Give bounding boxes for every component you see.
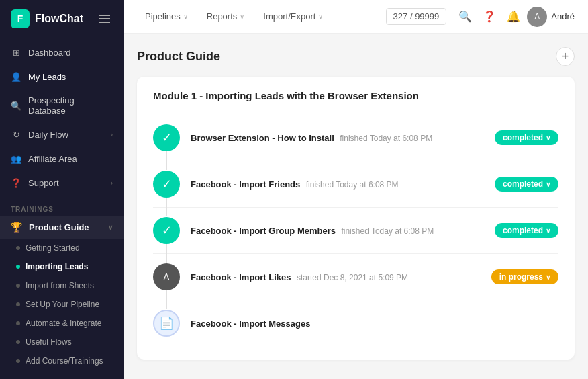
sub-item-getting-started[interactable]: Getting Started — [0, 239, 124, 257]
sub-item-import-sheets[interactable]: Import from Sheets — [0, 276, 124, 295]
trophy-icon: 🏆 — [11, 222, 22, 233]
nav-reports[interactable]: Reports ∨ — [199, 7, 253, 26]
search-icon: 🔍 — [11, 100, 21, 111]
lesson-list: ✓ Browser Extension - How to Install fin… — [153, 115, 558, 346]
list-item: A Facebook - Import Likes started Dec 8,… — [153, 254, 558, 300]
sidebar-item-my-leads[interactable]: 👤 My Leads — [0, 65, 124, 89]
add-button[interactable]: + — [556, 47, 575, 66]
lesson-info: Facebook - Import Friends finished Today… — [191, 178, 484, 190]
chevron-down-icon: ∨ — [108, 224, 113, 231]
sidebar-item-product-guide[interactable]: 🏆 Product Guide ∨ — [0, 216, 124, 239]
sub-item-importing-leads[interactable]: Importing Leads — [0, 257, 124, 276]
username-label: André — [551, 11, 575, 22]
lesson-info: Facebook - Import Group Members finished… — [191, 224, 484, 237]
reports-label: Reports — [207, 11, 238, 22]
refresh-icon: ↻ — [11, 129, 21, 140]
content-area: Product Guide + Module 1 - Importing Lea… — [124, 34, 588, 379]
chevron-down-icon: ∨ — [546, 227, 550, 235]
lesson-meta: started Dec 8, 2021 at 5:09 PM — [297, 273, 408, 282]
sub-item-pipeline[interactable]: Set Up Your Pipeline — [0, 295, 124, 314]
doc-indicator: 📄 — [153, 310, 180, 337]
lesson-meta: finished Today at 6:08 PM — [341, 226, 434, 236]
sub-nav: Getting Started Importing Leads Import f… — [0, 239, 124, 370]
notifications-button[interactable]: 🔔 — [503, 6, 524, 28]
chevron-down-icon: ∨ — [546, 134, 550, 142]
import-export-label: Import/Export — [263, 11, 315, 22]
nav-import-export[interactable]: Import/Export ∨ — [255, 7, 331, 26]
chevron-right-icon: › — [111, 131, 113, 138]
status-badge[interactable]: in progress ∨ — [491, 269, 558, 284]
status-badge[interactable]: completed ∨ — [495, 223, 558, 238]
sidebar-item-daily-flow[interactable]: ↻ Daily Flow › — [0, 122, 124, 146]
sidebar-item-label: Support — [28, 178, 59, 188]
sub-item-automate[interactable]: Automate & Integrate — [0, 314, 124, 333]
sidebar-nav: ⊞ Dashboard 👤 My Leads 🔍 Prospecting Dat… — [0, 38, 124, 198]
grid-icon: ⊞ — [11, 47, 21, 58]
dot-icon — [16, 265, 20, 269]
dot-icon — [16, 340, 20, 344]
sidebar-item-label: Affiliate Area — [28, 154, 77, 164]
sub-item-label: Import from Sheets — [26, 281, 94, 290]
list-item: ✓ Facebook - Import Friends finished Tod… — [153, 161, 558, 208]
module-card: Module 1 - Importing Leads with the Brow… — [137, 77, 575, 360]
nav-pipelines[interactable]: Pipelines ∨ — [137, 7, 196, 26]
status-label: completed — [503, 226, 543, 235]
sub-item-label: Set Up Your Pipeline — [26, 300, 99, 309]
lesson-info: Facebook - Import Messages — [191, 317, 558, 329]
search-button[interactable]: 🔍 — [454, 6, 476, 28]
avatar-indicator: A — [153, 263, 180, 290]
trainings-section-label: TRAININGS — [0, 198, 124, 216]
lesson-name: Browser Extension - How to Install — [191, 133, 334, 143]
module-title: Module 1 - Importing Leads with the Brow… — [153, 90, 558, 101]
lesson-name: Facebook - Import Likes — [191, 272, 291, 282]
lead-counter: 327 / 99999 — [386, 8, 447, 25]
lesson-meta: finished Today at 6:08 PM — [340, 134, 432, 143]
chevron-down-icon: ∨ — [546, 181, 550, 188]
help-button[interactable]: ❓ — [479, 6, 500, 28]
status-label: completed — [503, 133, 543, 142]
status-badge[interactable]: completed ∨ — [495, 177, 558, 192]
page-title: Product Guide — [137, 50, 220, 64]
page-header: Product Guide + — [137, 47, 575, 66]
sub-item-useful-flows[interactable]: Useful Flows — [0, 333, 124, 351]
sub-item-add-course[interactable]: Add Course/Trainings — [0, 351, 124, 370]
sidebar-item-label: Dashboard — [28, 48, 71, 58]
chevron-down-icon: ∨ — [183, 13, 188, 20]
sidebar-item-support[interactable]: ❓ Support › — [0, 171, 124, 195]
sub-item-label: Automate & Integrate — [26, 319, 101, 328]
dot-icon — [16, 359, 20, 363]
users-icon: 👥 — [11, 153, 21, 164]
lesson-name: Facebook - Import Friends — [191, 179, 300, 190]
sidebar-item-label: Prospecting Database — [28, 95, 113, 116]
status-label: in progress — [499, 272, 543, 282]
chevron-down-icon: ∨ — [240, 13, 244, 20]
pipelines-label: Pipelines — [145, 11, 181, 22]
dot-icon — [16, 284, 20, 288]
sub-item-label: Add Course/Trainings — [26, 356, 103, 366]
lesson-name: Facebook - Import Group Members — [191, 226, 336, 236]
chevron-down-icon: ∨ — [546, 273, 550, 281]
product-guide-label: Product Guide — [29, 222, 89, 233]
logo-area: F FlowChat — [0, 0, 124, 38]
sidebar-item-affiliate[interactable]: 👥 Affiliate Area — [0, 146, 124, 171]
status-badge[interactable]: completed ∨ — [495, 130, 558, 145]
sidebar-item-prospecting[interactable]: 🔍 Prospecting Database — [0, 89, 124, 122]
list-item: ✓ Browser Extension - How to Install fin… — [153, 115, 558, 161]
user-icon: 👤 — [11, 71, 21, 82]
chevron-down-icon: ∨ — [318, 13, 323, 20]
dot-icon — [16, 321, 20, 325]
user-menu[interactable]: A André — [527, 7, 575, 27]
completed-indicator: ✓ — [153, 124, 180, 151]
lesson-info: Browser Extension - How to Install finis… — [191, 132, 484, 144]
chevron-right-icon: › — [111, 179, 113, 187]
status-label: completed — [503, 179, 543, 189]
sidebar-item-label: Daily Flow — [28, 130, 68, 140]
dot-icon — [16, 302, 20, 306]
hamburger-menu[interactable] — [97, 12, 113, 26]
sidebar-item-dashboard[interactable]: ⊞ Dashboard — [0, 40, 124, 65]
main-area: Pipelines ∨ Reports ∨ Import/Export ∨ 32… — [124, 0, 588, 379]
lesson-info: Facebook - Import Likes started Dec 8, 2… — [191, 271, 481, 283]
sub-item-label: Importing Leads — [26, 262, 88, 271]
completed-indicator: ✓ — [153, 171, 180, 198]
dot-icon — [16, 246, 20, 250]
